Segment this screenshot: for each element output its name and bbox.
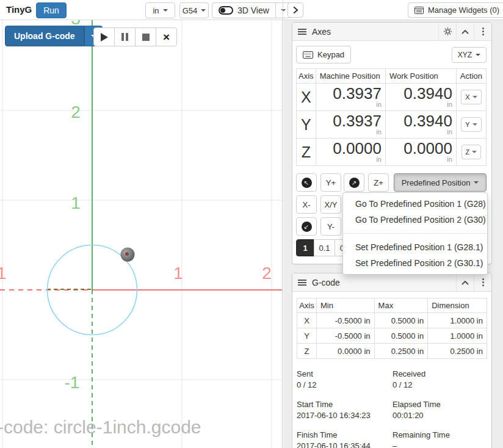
tool-position-marker xyxy=(121,248,135,262)
bounds-table: Axis Min Max Dimension X -0.5000 in 0.50… xyxy=(297,298,487,359)
menu-item-goto-g30[interactable]: Go To Predefined Position 2 (G30) xyxy=(343,212,487,228)
axis-action-dropdown[interactable]: Y xyxy=(461,117,481,132)
jog-xminus-button[interactable]: X- xyxy=(296,195,317,214)
gcode-collapse-button[interactable] xyxy=(456,273,474,292)
coord-system-dropdown[interactable]: G54 xyxy=(179,2,209,18)
jog-xy-zero-button[interactable]: X/Y xyxy=(320,195,341,214)
gcode-widget-title: G-code xyxy=(312,278,456,287)
chevron-down-icon xyxy=(474,181,479,184)
chevron-up-icon xyxy=(461,29,469,34)
keypad-label: Keypad xyxy=(317,50,344,59)
jog-yplus-button[interactable]: Y+ xyxy=(320,173,341,192)
col-header-work: Work Position xyxy=(385,69,456,84)
menu-item-goto-g28[interactable]: Go To Predefined Position 1 (G28) xyxy=(343,196,487,212)
app-title: TinyG xyxy=(6,4,32,15)
view-mode-group: 3D View xyxy=(212,2,291,18)
axis-action-dropdown[interactable]: X xyxy=(461,90,481,104)
table-row: Z 0.0000 in 0.2500 in 0.2500 in xyxy=(297,344,487,359)
step-size-1-button[interactable]: 1 xyxy=(296,239,314,256)
gear-icon xyxy=(443,27,452,36)
predefined-position-menu: Go To Predefined Position 1 (G28) Go To … xyxy=(342,192,488,275)
chevron-down-icon xyxy=(472,123,477,126)
x-axis-tick-label: 2 xyxy=(262,265,272,282)
max-value: 0.5000 in xyxy=(374,313,428,328)
view-toggle-label: 3D View xyxy=(237,5,269,15)
run-button[interactable]: Run xyxy=(36,2,67,18)
view-toggle-button[interactable]: 3D View xyxy=(212,2,276,18)
gcode-viewer[interactable]: 3 2 1 -1 -1 1 2 Upload G-code × -code: c… xyxy=(0,20,283,448)
table-row: Z 0.0000in 0.0000in Z xyxy=(297,139,487,166)
jog-zplus-button[interactable]: Z+ xyxy=(368,173,389,192)
start-time-label: Start Time xyxy=(297,399,393,410)
step-size-01-button[interactable]: 0.1 xyxy=(314,239,335,256)
top-toolbar: TinyG Run in G54 3D View Manage Widgets … xyxy=(0,0,503,20)
pause-button[interactable] xyxy=(114,27,136,46)
finish-time-value: 2017-06-10 16:35:44 xyxy=(297,441,393,448)
axis-action-dropdown[interactable]: Z xyxy=(461,145,482,159)
gcode-filename-label: -code: circle-1inch.gcode xyxy=(0,417,201,438)
axes-menu-button[interactable] xyxy=(474,23,491,41)
axes-widget-header[interactable]: Axes xyxy=(292,23,491,41)
jog-xminus-yminus-button[interactable]: ↙ xyxy=(296,217,317,236)
upload-gcode-button[interactable]: Upload G-code xyxy=(5,26,84,46)
clear-button[interactable]: × xyxy=(156,27,177,46)
col-header-axis: Axis xyxy=(297,69,316,84)
predefined-position-dropdown-button[interactable]: Predefined Position xyxy=(394,173,487,192)
axis-filter-label: XYZ xyxy=(458,51,472,59)
stop-icon xyxy=(142,34,150,41)
stop-button[interactable] xyxy=(135,27,156,46)
toolpath-scene xyxy=(0,20,283,448)
chevron-right-icon xyxy=(293,6,299,14)
close-icon: × xyxy=(163,31,170,43)
machine-position-value: 0.0000 xyxy=(316,141,382,156)
table-row: X -0.5000 in 0.5000 in 1.0000 in xyxy=(297,313,487,328)
finish-time-label: Finish Time xyxy=(297,430,393,441)
play-icon xyxy=(101,33,108,42)
work-position-value: 0.0000 xyxy=(386,141,452,156)
min-value: -0.5000 in xyxy=(316,313,374,328)
units-label: in xyxy=(153,6,159,15)
toolbar-divider xyxy=(283,0,283,20)
chevron-down-icon xyxy=(472,96,477,98)
gcode-menu-button[interactable] xyxy=(474,273,491,292)
axes-settings-button[interactable] xyxy=(438,23,456,41)
drag-handle-icon[interactable] xyxy=(298,280,306,286)
jog-xplus-yplus-button[interactable]: ↗ xyxy=(344,173,364,192)
col-header-dimension: Dimension xyxy=(428,298,487,313)
keypad-button[interactable]: Keypad xyxy=(296,46,351,63)
chevron-down-icon xyxy=(476,54,480,56)
axis-name: X xyxy=(297,313,317,328)
play-button[interactable] xyxy=(93,27,115,46)
menu-item-set-g28-1[interactable]: Set Predefined Position 1 (G28.1) xyxy=(343,239,487,255)
jog-xminus-yplus-button[interactable]: ↖ xyxy=(296,173,317,192)
drag-handle-icon[interactable] xyxy=(298,29,306,35)
axes-collapse-button[interactable] xyxy=(456,23,474,41)
elapsed-time-value: 00:01:20 xyxy=(393,410,491,421)
table-row: Y -0.5000 in 0.5000 in 1.0000 in xyxy=(297,328,487,344)
menu-divider xyxy=(343,233,487,234)
gcode-widget-header[interactable]: G-code xyxy=(292,273,491,292)
axis-action-label: Z xyxy=(466,148,470,156)
arrow-nw-circle-icon: ↖ xyxy=(302,178,312,188)
x-axis-tick-label: 1 xyxy=(173,265,183,282)
manage-widgets-button[interactable]: Manage Widgets (0) xyxy=(408,2,503,18)
chevron-down-icon xyxy=(472,151,477,153)
units-dropdown[interactable]: in xyxy=(145,2,175,18)
upload-gcode-group: Upload G-code xyxy=(5,26,103,46)
panel-collapse-button[interactable] xyxy=(288,2,303,18)
axis-filter-dropdown[interactable]: XYZ xyxy=(452,47,487,63)
grid-lines xyxy=(0,20,283,448)
gcode-widget: G-code Axis Min Max Dimension xyxy=(292,273,492,448)
app-window: TinyG Run in G54 3D View Manage Widgets … xyxy=(0,0,503,448)
chevron-down-icon xyxy=(163,9,168,12)
dimension-value: 0.2500 in xyxy=(428,344,487,359)
playback-controls: × xyxy=(93,27,177,46)
menu-item-set-g30-1[interactable]: Set Predefined Position 2 (G30.1) xyxy=(343,255,487,271)
kebab-menu-icon xyxy=(482,27,484,35)
axis-name: X xyxy=(297,84,316,111)
col-header-action: Action xyxy=(456,69,486,84)
axes-widget-title: Axes xyxy=(312,27,438,37)
jog-yminus-button[interactable]: Y- xyxy=(320,217,341,236)
dimension-value: 1.0000 in xyxy=(428,328,487,344)
min-value: 0.0000 in xyxy=(316,344,374,359)
